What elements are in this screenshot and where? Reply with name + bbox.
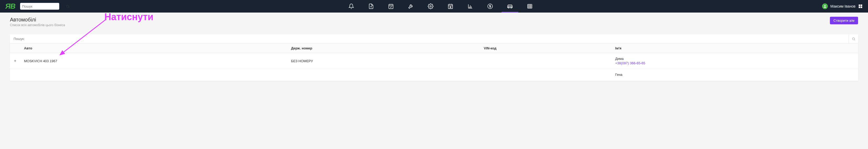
svg-point-23: [511, 7, 512, 8]
svg-rect-25: [528, 4, 532, 8]
cars-table-card: Авто Держ. номер VIN-код Ім'я + MOSKVICH…: [10, 34, 858, 81]
svg-point-10: [430, 5, 432, 7]
table-search-icon[interactable]: [849, 34, 858, 43]
svg-rect-6: [389, 4, 393, 9]
svg-rect-33: [859, 6, 860, 8]
table-search-input[interactable]: [10, 34, 849, 43]
apps-grid-icon[interactable]: [858, 4, 863, 9]
wrench-icon[interactable]: [408, 3, 414, 9]
cell-owner: Дима +38(097) 366-65-65: [612, 53, 858, 69]
calendar-check-icon[interactable]: [388, 3, 394, 9]
owner-phone-link[interactable]: +38(097) 366-65-65: [615, 61, 645, 65]
svg-point-15: [450, 6, 451, 7]
create-car-button[interactable]: Створити а/м: [830, 17, 858, 24]
global-search-input[interactable]: [22, 4, 66, 8]
owner-name: Гена: [615, 73, 855, 77]
th-owner[interactable]: Ім'я: [612, 44, 858, 53]
car-icon[interactable]: [507, 3, 513, 9]
owner-name: Дима: [615, 57, 855, 60]
gear-icon[interactable]: [428, 3, 434, 9]
global-search[interactable]: [20, 3, 59, 10]
svg-line-36: [854, 40, 855, 40]
avatar[interactable]: [822, 3, 828, 9]
cell-plate: [287, 69, 480, 81]
new-document-icon[interactable]: [368, 3, 374, 9]
dollar-icon[interactable]: [487, 3, 493, 9]
svg-point-22: [508, 7, 509, 8]
table-row[interactable]: Гена: [10, 69, 858, 81]
svg-rect-34: [861, 6, 862, 8]
logo[interactable]: ЯВ: [5, 2, 16, 10]
th-vin[interactable]: VIN-код: [480, 44, 612, 53]
cell-auto: [20, 69, 287, 81]
page-title: Автомобілі: [10, 17, 65, 23]
page-subtitle: Список всіх автомобілів цього бізнеса: [10, 23, 65, 27]
cell-vin: [480, 69, 612, 81]
th-plate[interactable]: Держ. номер: [287, 44, 480, 53]
user-name[interactable]: Максим Іванов: [830, 4, 856, 8]
svg-point-35: [852, 38, 855, 40]
cell-owner: Гена: [612, 69, 858, 81]
svg-rect-32: [861, 4, 862, 6]
table-icon[interactable]: [527, 3, 533, 9]
svg-rect-31: [859, 4, 860, 6]
calendar-user-icon[interactable]: [447, 3, 454, 9]
bell-icon[interactable]: [348, 3, 354, 9]
cars-table: Авто Держ. номер VIN-код Ім'я + MOSKVICH…: [10, 44, 858, 81]
cell-auto: MOSKVICH 403 1967: [20, 53, 287, 69]
th-auto[interactable]: Авто: [20, 44, 287, 53]
top-navbar: ЯВ: [0, 0, 868, 13]
cell-plate: БЕЗ НОМЕРУ: [287, 53, 480, 69]
page-header: Автомобілі Список всіх автомобілів цього…: [0, 13, 868, 29]
table-row[interactable]: + MOSKVICH 403 1967 БЕЗ НОМЕРУ Дима +38(…: [10, 53, 858, 69]
expand-row-button[interactable]: +: [14, 58, 16, 63]
svg-point-30: [825, 5, 826, 6]
chart-icon[interactable]: [467, 3, 473, 9]
cell-vin: [480, 53, 612, 69]
